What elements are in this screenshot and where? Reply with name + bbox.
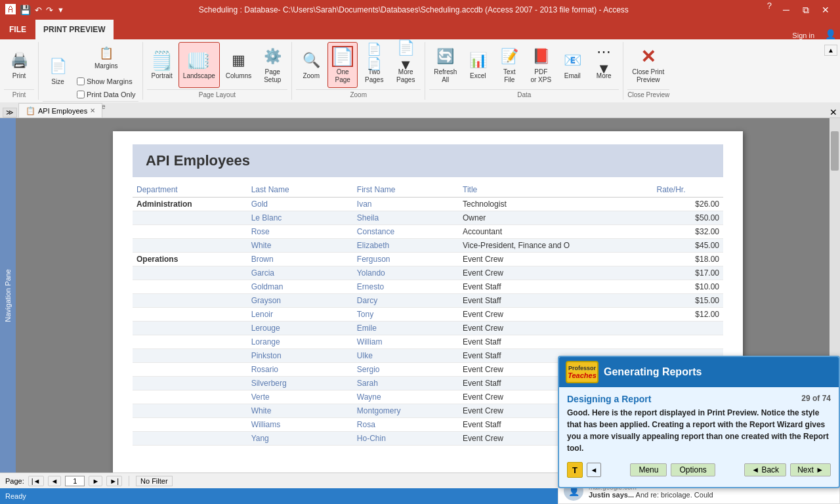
excel-icon: 📊	[467, 50, 488, 71]
scrollbar-thumb[interactable]	[831, 131, 839, 171]
portrait-icon: 🗒️	[152, 50, 173, 71]
more-pages-icon: 📄▼	[395, 46, 416, 67]
navigation-pane[interactable]: Navigation Pane	[0, 118, 16, 472]
refresh-all-button[interactable]: 🔄 RefreshAll	[429, 42, 461, 88]
more-pages-label: MorePages	[396, 68, 415, 84]
zoom-button[interactable]: 🔍 Zoom	[296, 42, 326, 88]
cell-last-name: Lerouge	[247, 322, 353, 335]
size-button[interactable]: 📄 Size	[43, 48, 73, 94]
margins-button[interactable]: 📋 Margins	[74, 42, 138, 74]
ribbon-group-zoom-label: Zoom	[296, 89, 421, 100]
cell-dept: Operations	[133, 253, 247, 266]
text-file-button[interactable]: 📝 TextFile	[494, 42, 524, 88]
columns-icon: ▦	[228, 50, 249, 71]
cell-first-name: Emile	[353, 322, 459, 335]
professor-subtitle-area: Designing a Report 29 of 74	[567, 394, 831, 404]
page-prev-button[interactable]: ◄	[48, 476, 62, 486]
show-margins-label: Show Margins	[87, 77, 133, 85]
excel-label: Excel	[470, 72, 486, 80]
help-button[interactable]: ?	[763, 1, 776, 19]
ribbon-tabs: FILE PRINT PREVIEW Sign in 👤	[0, 20, 840, 39]
tab-close-button[interactable]: ✕	[90, 107, 95, 114]
page-next-button[interactable]: ►	[89, 476, 102, 486]
collapse-ribbon-button[interactable]: ▲	[824, 45, 837, 56]
gmail-sender: Justin says...	[589, 491, 634, 499]
gmail-message: Justin says... And re: bricolage. Could	[589, 491, 834, 499]
cell-rate: $32.00	[653, 225, 723, 239]
pdf-xps-button[interactable]: 📕 PDFor XPS	[526, 42, 556, 88]
close-button[interactable]: ✕	[816, 1, 835, 19]
quick-access-redo[interactable]: ↷	[46, 5, 53, 15]
cell-last-name: Silverberg	[247, 377, 353, 390]
ribbon-group-page-layout-label: Page Layout	[147, 89, 288, 100]
professor-t-button[interactable]: T	[567, 462, 583, 478]
cell-rate: $18.00	[653, 253, 723, 266]
tab-file[interactable]: FILE	[0, 20, 35, 39]
no-filter-button[interactable]: No Filter	[136, 476, 173, 486]
two-pages-button[interactable]: 📄📄 TwoPages	[359, 42, 389, 88]
title-bar: 🅰 💾 ↶ ↷ ▼ Scheduling : Database- C:\User…	[0, 0, 840, 20]
cell-dept	[133, 349, 247, 363]
professor-counter: 29 of 74	[801, 394, 831, 404]
professor-section-title: Designing a Report	[567, 394, 651, 404]
close-print-preview-button[interactable]: ✕ Close PrintPreview	[627, 42, 669, 88]
two-pages-icon: 📄📄	[364, 46, 385, 67]
cell-last-name: Garcia	[247, 266, 353, 280]
landscape-button[interactable]: 🗒️ Landscape	[178, 42, 220, 88]
report-header: API Employees	[133, 144, 723, 177]
cell-first-name: Sarah	[353, 377, 459, 390]
cell-dept	[133, 211, 247, 225]
email-button[interactable]: 📧 Email	[557, 42, 587, 88]
cell-last-name: Lenoir	[247, 308, 353, 322]
nav-collapse-btn[interactable]: ≫	[3, 108, 17, 117]
excel-button[interactable]: 📊 Excel	[463, 42, 493, 88]
show-margins-checkbox[interactable]	[77, 77, 85, 85]
window-title: Scheduling : Database- C:\Users\Sarah\Do…	[64, 5, 763, 14]
quick-access-save[interactable]: 💾	[20, 5, 31, 15]
cell-first-name: William	[353, 335, 459, 349]
cell-title: Event Crew	[459, 253, 653, 266]
cell-dept	[133, 432, 247, 446]
quick-access-undo[interactable]: ↶	[35, 5, 42, 15]
api-employees-tab[interactable]: 📋 API Employees ✕	[18, 103, 102, 117]
cell-dept	[133, 335, 247, 349]
professor-body: Designing a Report 29 of 74 Good. Here i…	[559, 387, 839, 487]
print-data-only-label: Print Data Only	[87, 91, 136, 98]
restore-button[interactable]: ⧉	[797, 1, 815, 19]
close-doc-button[interactable]: ✕	[827, 107, 840, 117]
professor-options-button[interactable]: Options	[671, 463, 715, 476]
professor-header: Professor Teaches Generating Reports	[559, 357, 839, 387]
print-data-only-checkbox-label[interactable]: Print Data Only	[74, 89, 138, 100]
pdf-label: PDFor XPS	[530, 68, 551, 84]
page-setup-button[interactable]: ⚙️ PageSetup	[257, 42, 287, 88]
cell-first-name: Sheila	[353, 211, 459, 225]
table-row: Goldman Ernesto Event Staff $10.00	[133, 280, 723, 294]
portrait-button[interactable]: 🗒️ Portrait	[147, 42, 177, 88]
one-page-button[interactable]: 📄 OnePage	[327, 42, 358, 88]
professor-back-nav-button[interactable]: ◄	[587, 463, 601, 477]
show-margins-checkbox-label[interactable]: Show Margins	[74, 76, 138, 87]
page-number-input[interactable]	[65, 476, 85, 486]
more-data-label: More	[597, 72, 612, 80]
professor-back-button[interactable]: ◄ Back	[744, 463, 786, 476]
columns-button[interactable]: ▦ Columns	[221, 42, 256, 88]
nav-pane-label: Navigation Pane	[4, 269, 12, 322]
page-first-button[interactable]: |◄	[28, 476, 44, 486]
cell-last-name: Le Blanc	[247, 211, 353, 225]
more-data-button[interactable]: ⋯▼ More	[589, 42, 619, 88]
tab-print-preview[interactable]: PRINT PREVIEW	[35, 20, 114, 39]
quick-access-customize[interactable]: ▼	[57, 6, 64, 14]
professor-menu-button[interactable]: Menu	[630, 463, 667, 476]
print-button[interactable]: 🖨️ Print	[4, 42, 34, 88]
print-data-only-checkbox[interactable]	[77, 91, 85, 98]
minimize-button[interactable]: ─	[777, 1, 795, 19]
more-pages-button[interactable]: 📄▼ MorePages	[390, 42, 421, 88]
cell-first-name: Rosa	[353, 418, 459, 432]
status-left: Ready	[5, 492, 26, 500]
text-file-label: TextFile	[503, 68, 515, 84]
col-first-name: First Name	[353, 182, 459, 198]
professor-next-button[interactable]: Next ►	[790, 463, 831, 476]
pdf-icon: 📕	[530, 46, 551, 67]
page-last-button[interactable]: ►|	[106, 476, 122, 486]
sign-in[interactable]: Sign in	[786, 32, 821, 39]
